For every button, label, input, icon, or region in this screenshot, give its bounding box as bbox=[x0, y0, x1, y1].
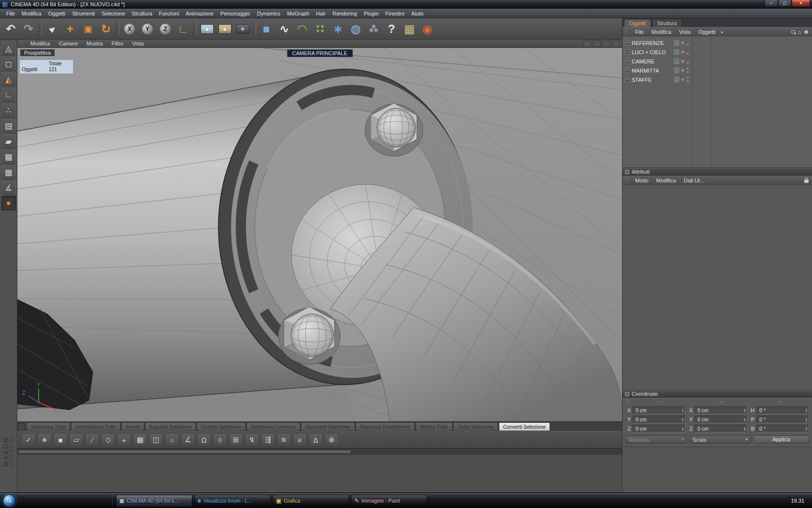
menu-item[interactable]: Dynamics bbox=[254, 9, 284, 18]
modeling-tool-10[interactable]: ○ bbox=[165, 433, 179, 447]
media-player-icon[interactable] bbox=[41, 495, 52, 507]
visibility-dots-icon[interactable] bbox=[686, 58, 689, 64]
lock-icon[interactable] bbox=[804, 179, 809, 183]
modeling-tool-4[interactable]: ▱ bbox=[69, 433, 84, 447]
add-environment-object-button[interactable]: ◍ bbox=[347, 20, 364, 38]
render-settings-button[interactable]: ∗ bbox=[234, 20, 251, 38]
viewport-3d[interactable]: Y X Z CAMERA PRINCIPALE Prospettiva Tot bbox=[17, 48, 622, 421]
word-icon[interactable] bbox=[86, 495, 96, 507]
layer-color-dot[interactable] bbox=[681, 50, 684, 54]
selection-command-button[interactable]: Mostra Tutto bbox=[416, 422, 452, 431]
help-button[interactable]: ? bbox=[383, 20, 400, 38]
visibility-dots-icon[interactable] bbox=[686, 40, 689, 46]
position-input[interactable]: 0 cm bbox=[633, 416, 685, 423]
layer-color-dot[interactable] bbox=[681, 60, 684, 63]
taskbar-clock[interactable]: 19.31 bbox=[788, 498, 807, 504]
modeling-tool-17[interactable]: ≋ bbox=[276, 433, 291, 447]
notepad-icon[interactable] bbox=[97, 495, 107, 507]
menu-item[interactable]: Strumenti bbox=[69, 9, 98, 18]
tree-item-referenze[interactable]: + REFERENZE bbox=[623, 38, 691, 47]
spinner-icon[interactable] bbox=[682, 408, 684, 413]
add-array-object-button[interactable]: ∷ bbox=[311, 20, 329, 38]
layer-color-dot[interactable] bbox=[681, 78, 684, 81]
maximize-button[interactable]: ▢ bbox=[778, 0, 791, 7]
live-selection-tool[interactable]: ► bbox=[44, 20, 61, 38]
spinner-icon[interactable] bbox=[743, 427, 746, 431]
tab-oggetti[interactable]: Oggetti bbox=[624, 19, 651, 27]
selection-command-button[interactable]: Inverti bbox=[121, 422, 144, 431]
menu-item[interactable]: File bbox=[3, 9, 18, 18]
mail-icon[interactable] bbox=[63, 495, 74, 507]
modeling-tool-2[interactable]: ∗ bbox=[37, 433, 52, 447]
render-picture-viewer-button[interactable]: ▲ bbox=[216, 20, 233, 38]
object-manager-menu-item[interactable]: File bbox=[632, 28, 647, 36]
selection-command-button[interactable]: Converti Selezione bbox=[499, 422, 550, 431]
horizontal-scrollbar[interactable] bbox=[17, 448, 622, 455]
scrollbar-thumb[interactable] bbox=[18, 450, 351, 454]
search-icon[interactable] bbox=[791, 30, 795, 34]
expand-toggle-icon[interactable]: + bbox=[624, 77, 630, 82]
rotate-view-icon[interactable] bbox=[602, 40, 610, 47]
size-input[interactable]: 0 cm bbox=[695, 406, 747, 414]
rotate-tool[interactable]: ↻ bbox=[97, 20, 115, 38]
menu-item[interactable]: Oggetti bbox=[45, 9, 69, 18]
object-manager-menu-item[interactable]: Oggetti bbox=[695, 28, 719, 36]
render-view-button[interactable]: ▲ bbox=[198, 20, 216, 38]
add-cube-object-button[interactable]: ■ bbox=[258, 20, 275, 38]
lock-y-axis-button[interactable]: Y bbox=[139, 20, 156, 38]
close-button[interactable]: ✕ bbox=[792, 0, 810, 7]
rotation-input[interactable]: 0 ° bbox=[756, 425, 809, 433]
edges-mode-button[interactable]: ▤ bbox=[1, 119, 16, 133]
selection-command-button[interactable]: Nascondi Deselezione bbox=[356, 422, 415, 431]
model-mode-button[interactable]: ◻ bbox=[1, 57, 16, 71]
layer-tag-icon[interactable] bbox=[674, 40, 679, 45]
selection-command-button[interactable]: Nascondi Selezione bbox=[301, 422, 355, 431]
ie-quicklaunch-icon[interactable] bbox=[19, 495, 29, 507]
menu-item[interactable]: Aiuto bbox=[408, 9, 427, 18]
layer-tag-icon[interactable] bbox=[674, 59, 679, 64]
panel-grip-icon[interactable] bbox=[19, 424, 24, 430]
visibility-dots-icon[interactable] bbox=[686, 76, 689, 83]
rotation-input[interactable]: 0 ° bbox=[756, 406, 809, 414]
animation-mode-button[interactable]: ▩ bbox=[1, 149, 16, 164]
position-input[interactable]: 0 cm bbox=[633, 406, 685, 414]
menu-item[interactable]: Struttura bbox=[129, 9, 156, 18]
redo-button[interactable]: ↷ bbox=[20, 20, 37, 38]
visibility-dots-icon[interactable] bbox=[686, 67, 689, 74]
toolbar-separator[interactable] bbox=[116, 22, 119, 36]
menu-item[interactable]: Selezione bbox=[98, 9, 128, 18]
spinner-icon[interactable] bbox=[805, 408, 808, 413]
panel-grip-icon[interactable] bbox=[624, 29, 629, 35]
toolbar-separator[interactable] bbox=[253, 22, 256, 36]
spinner-icon[interactable] bbox=[743, 418, 746, 422]
size-input[interactable]: 0 cm bbox=[695, 425, 747, 433]
axis-modification-button[interactable]: ● bbox=[1, 196, 16, 210]
texture-mode-button[interactable]: ◭ bbox=[1, 72, 16, 87]
panel-grip-icon[interactable] bbox=[19, 41, 24, 46]
viewport-menu-item[interactable]: Vista bbox=[128, 40, 147, 47]
undo-button[interactable]: ↶ bbox=[2, 20, 19, 38]
eye-icon[interactable]: ◉ bbox=[804, 29, 809, 35]
menu-item[interactable]: Animazione bbox=[182, 9, 217, 18]
modeling-tool-19[interactable]: ∆ bbox=[308, 433, 323, 447]
layer-tag-icon[interactable] bbox=[674, 77, 679, 82]
position-input[interactable]: 0 cm bbox=[633, 425, 685, 433]
mode-dropdown[interactable]: Assoluto ▾ bbox=[625, 435, 687, 444]
attributes-menu-item[interactable]: Dati Ut... bbox=[681, 177, 708, 184]
points-mode-button[interactable]: ∴ bbox=[1, 103, 16, 118]
viewport-menu-item[interactable]: Filtro bbox=[108, 40, 127, 47]
expand-toggle-icon[interactable]: + bbox=[624, 59, 630, 64]
toolbar-separator[interactable] bbox=[39, 22, 42, 36]
selection-command-button[interactable]: Deseleziona Tutto bbox=[71, 422, 120, 431]
apply-button[interactable]: Applica bbox=[754, 435, 809, 444]
layer-tag-icon[interactable] bbox=[674, 49, 679, 55]
photo-viewer-icon[interactable] bbox=[74, 495, 85, 507]
menu-item[interactable]: Rendering bbox=[329, 9, 361, 18]
attributes-menu-item[interactable]: Modo bbox=[632, 177, 652, 184]
home-icon[interactable]: ⌂ bbox=[798, 29, 801, 35]
lock-z-axis-button[interactable]: Z bbox=[157, 20, 174, 38]
tree-item-camere[interactable]: + CAMERE bbox=[623, 57, 691, 66]
explorer-icon[interactable] bbox=[52, 495, 63, 507]
xpresso-editor-button[interactable]: ▦ bbox=[401, 20, 418, 38]
menu-item[interactable]: Personaggio bbox=[217, 9, 254, 18]
